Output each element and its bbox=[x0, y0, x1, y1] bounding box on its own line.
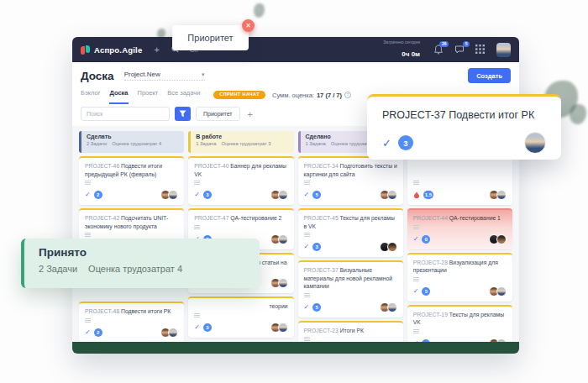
task-title: PROJECT-23 Итоги РК bbox=[304, 327, 397, 335]
task-title: PROJECT-40 Баннер для рекламы VK bbox=[194, 162, 287, 178]
column-header: Сделать2 ЗадачиОценка трудозатрат 4 bbox=[79, 131, 184, 153]
task-footer: ✓3 bbox=[304, 242, 397, 252]
check-icon: ✓ bbox=[304, 244, 310, 250]
task-preview-popup[interactable]: PROJECT-37 Подвести итог РК ✓ 3 bbox=[367, 94, 561, 160]
task-card[interactable]: PROJECT-34 Подготовить тексты и картинки… bbox=[298, 156, 403, 205]
assignee-avatars bbox=[491, 286, 507, 296]
estimate-badge: 2 bbox=[94, 328, 102, 337]
chevron-down-icon: ▾ bbox=[202, 71, 205, 78]
aspro-logo-icon bbox=[81, 45, 90, 55]
task-card[interactable]: 1.5 bbox=[407, 156, 512, 205]
assignee-avatars bbox=[273, 323, 288, 333]
task-card[interactable]: теории✓3 bbox=[188, 296, 293, 338]
apps-grid-icon[interactable] bbox=[475, 45, 486, 55]
check-icon: ✓ bbox=[194, 192, 200, 198]
search-input[interactable] bbox=[81, 107, 170, 121]
estimate-badge: 3 bbox=[312, 243, 321, 251]
avatar bbox=[387, 190, 397, 200]
task-card[interactable]: PROJECT-48 Подвести итоги РК✓2 bbox=[79, 302, 184, 342]
funnel-icon bbox=[179, 110, 186, 118]
total-score: Сумм. оценка: 17 (7 / 7) ? bbox=[272, 92, 351, 99]
task-code: PROJECT-34 bbox=[304, 163, 340, 169]
user-avatar[interactable] bbox=[496, 43, 511, 57]
task-code: PROJECT-47 bbox=[194, 215, 230, 221]
task-card[interactable]: PROJECT-23 Итоги РК✓5 bbox=[298, 321, 403, 343]
task-code: PROJECT-42 bbox=[85, 215, 121, 221]
task-title: PROJECT-19 Тексты для рекламы VK bbox=[413, 311, 507, 327]
assignee-avatars bbox=[163, 328, 178, 338]
task-title: PROJECT-45 Тексты для рекламы в VK bbox=[304, 214, 397, 230]
create-button[interactable]: Создать bbox=[468, 68, 511, 83]
flame-icon bbox=[413, 192, 420, 199]
brand-name: Аспро.Agile bbox=[94, 45, 142, 55]
task-card[interactable]: PROJECT-40 Баннер для рекламы VK✓3 bbox=[188, 156, 293, 205]
priority-filter-chip[interactable]: Приоритет bbox=[196, 107, 240, 121]
page-title: Доска bbox=[81, 70, 114, 82]
task-footer: ✓3 bbox=[194, 190, 287, 200]
task-footer: ✓2 bbox=[85, 328, 178, 338]
check-icon: ✓ bbox=[382, 137, 391, 150]
task-title: PROJECT-47 QA-тестирование 2 bbox=[194, 214, 287, 223]
estimate-badge: 3 bbox=[398, 135, 413, 150]
time-label: Затрачено сегодня bbox=[383, 39, 420, 45]
score-value: 17 (7 / 7) bbox=[317, 92, 342, 99]
avatar bbox=[496, 190, 507, 200]
tab-all-tasks[interactable]: Все задачи bbox=[167, 89, 200, 104]
assignee-avatars bbox=[491, 190, 507, 200]
check-icon: ✓ bbox=[304, 192, 310, 198]
avatar bbox=[278, 190, 288, 200]
estimate-badge: 0 bbox=[422, 235, 430, 244]
check-icon: ✓ bbox=[304, 304, 310, 311]
assignee-avatars bbox=[273, 278, 288, 288]
task-card[interactable]: PROJECT-44 QA-тестирование 1✓0 bbox=[407, 208, 512, 249]
avatar bbox=[168, 190, 178, 200]
estimate-badge: 3 bbox=[203, 191, 212, 199]
accepted-estimate: Оценка трудозатрат 4 bbox=[88, 264, 182, 274]
accepted-task-count: 2 Задачи bbox=[39, 264, 77, 274]
window-footer-bar bbox=[72, 342, 519, 354]
chat-icon[interactable]: 5 bbox=[454, 45, 465, 55]
notifications-bell-icon[interactable]: 26 bbox=[433, 45, 444, 55]
add-filter-icon[interactable]: + bbox=[248, 109, 253, 119]
tab-project[interactable]: Проект bbox=[138, 89, 159, 104]
tab-backlog[interactable]: Бэклог bbox=[81, 89, 100, 104]
info-icon[interactable]: ? bbox=[344, 92, 351, 98]
assignee-avatars bbox=[491, 234, 507, 244]
task-card[interactable]: PROJECT-37 Визуальные материалы для ново… bbox=[298, 260, 403, 317]
tab-board[interactable]: Доска bbox=[109, 89, 128, 104]
avatar bbox=[387, 242, 397, 252]
description-icon bbox=[304, 181, 310, 185]
close-icon[interactable]: ✕ bbox=[242, 19, 255, 32]
time-value: 0ч 0м bbox=[402, 50, 420, 58]
assignee-avatars bbox=[382, 190, 397, 200]
column-title: Сделать bbox=[87, 134, 179, 139]
accepted-title: Принято bbox=[39, 246, 245, 259]
task-footer: ✓5 bbox=[304, 190, 397, 200]
filter-button[interactable] bbox=[175, 107, 191, 121]
task-footer: ✓0 bbox=[413, 234, 507, 244]
avatar bbox=[496, 234, 507, 244]
column-stats: 2 ЗадачиОценка трудозатрат 4 bbox=[87, 141, 179, 146]
priority-tooltip-label: Приоритет bbox=[187, 33, 233, 43]
priority-tooltip: Приоритет ✕ bbox=[172, 25, 249, 50]
project-select[interactable]: Project.New ▾ bbox=[124, 71, 205, 81]
task-title bbox=[413, 162, 507, 178]
assignee-avatars bbox=[382, 302, 397, 312]
popup-task-code: PROJECT-37 bbox=[382, 109, 446, 121]
task-code: PROJECT-44 bbox=[413, 215, 449, 221]
assignee-avatar bbox=[524, 132, 546, 154]
task-card[interactable]: PROJECT-19 Тексты для рекламы VK✓5 bbox=[407, 305, 512, 343]
task-card[interactable]: PROJECT-46 Подвести итоги предыдущей РК … bbox=[79, 156, 184, 205]
task-code: PROJECT-28 bbox=[413, 260, 449, 265]
description-icon bbox=[194, 181, 200, 185]
project-name: Project.New bbox=[124, 71, 160, 78]
task-footer: 1.5 bbox=[413, 190, 507, 200]
task-code: PROJECT-46 bbox=[85, 163, 121, 169]
sprint-status-badge: СПРИНТ НАЧАТ bbox=[213, 91, 265, 100]
add-icon[interactable]: + bbox=[154, 45, 159, 55]
task-card[interactable]: PROJECT-45 Тексты для рекламы в VK✓3 bbox=[298, 208, 403, 257]
check-icon: ✓ bbox=[85, 192, 91, 198]
popup-task-title: PROJECT-37 Подвести итог РК bbox=[382, 109, 546, 121]
task-card[interactable]: PROJECT-28 Визуализация для презентации✓… bbox=[407, 253, 512, 302]
assignee-avatars bbox=[273, 190, 288, 200]
